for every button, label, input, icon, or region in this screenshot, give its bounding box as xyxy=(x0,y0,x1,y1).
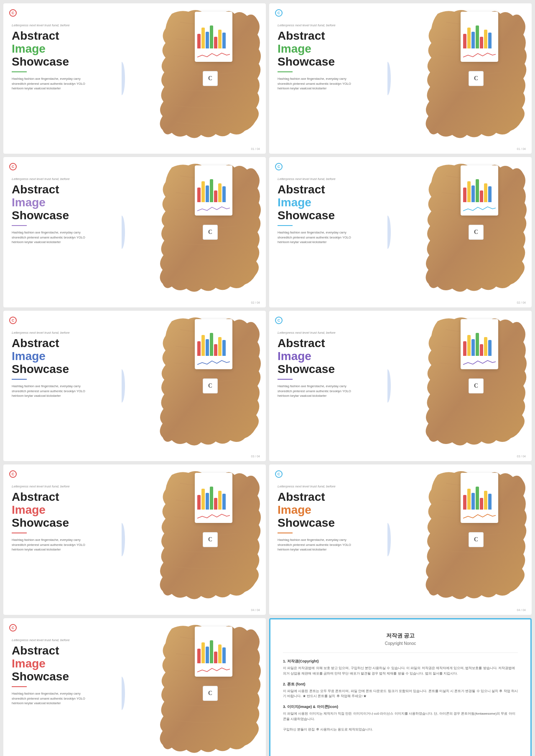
oval-deco-7 xyxy=(122,523,125,556)
chart-line-9 xyxy=(197,666,230,674)
chart-line-2 xyxy=(463,51,496,59)
logo-1: C xyxy=(9,9,18,18)
c-logo-5: C xyxy=(203,378,218,393)
card-8: C Letterpress next level trust fund, bef… xyxy=(269,464,532,615)
bar-b18 xyxy=(222,647,226,663)
copyright-section-title-1: 1. 저작권(Copyright) xyxy=(283,659,518,664)
line-svg-9 xyxy=(197,666,230,674)
bar-g8 xyxy=(476,487,479,510)
bar-r7 xyxy=(463,188,466,202)
card-5: C Letterpress next level trust fund, bef… xyxy=(3,311,266,461)
visual-5: C xyxy=(122,311,266,461)
oval-deco-4 xyxy=(387,216,391,249)
visual-7: C xyxy=(122,464,266,615)
bar-b14 xyxy=(222,494,226,510)
bar-b13 xyxy=(206,493,209,510)
chart-8 xyxy=(461,473,498,523)
chart-7 xyxy=(195,473,232,523)
bar-r10 xyxy=(214,344,217,356)
chart-1 xyxy=(195,12,232,62)
logo-circle-4: C xyxy=(275,163,283,170)
bar-y2 xyxy=(218,30,222,48)
logo-circle-8: C xyxy=(275,470,283,478)
bar-g6 xyxy=(476,333,479,356)
logo-circle-9: C xyxy=(9,624,17,632)
logo-circle-7: C xyxy=(9,470,17,478)
bar-b8 xyxy=(488,186,492,202)
chart-line-5 xyxy=(197,358,230,367)
line-svg-3 xyxy=(197,205,230,213)
logo-circle-6: C xyxy=(275,317,283,324)
bar-r4 xyxy=(480,37,483,48)
bar-y15 xyxy=(467,489,471,510)
bar-b17 xyxy=(206,647,209,663)
divider-6 xyxy=(278,379,293,380)
card-4: C Letterpress next level trust fund, bef… xyxy=(269,157,532,307)
bar-group-7 xyxy=(197,485,230,510)
copyright-section-title-3: 3. 이미지(image) & 아이콘(icon) xyxy=(283,704,518,710)
description-7: Hashtag fashion axe fingerstache, everyd… xyxy=(12,538,87,552)
bar-g9 xyxy=(210,640,213,663)
oval-deco-8 xyxy=(387,523,391,556)
bar-group-6 xyxy=(463,331,496,356)
visual-6: C xyxy=(387,311,532,461)
bar-b15 xyxy=(471,493,475,510)
visual-9: C xyxy=(122,618,266,756)
bar-y12 xyxy=(484,337,487,356)
copyright-subtitle: Copyright Nonoc xyxy=(283,641,518,646)
bar-y5 xyxy=(201,181,205,202)
bar-group-3 xyxy=(197,177,230,202)
logo-5: C xyxy=(9,317,18,325)
main-grid: C Letterpress next level trust fund, bef… xyxy=(0,0,535,756)
logo-4: C xyxy=(275,163,283,171)
bar-y10 xyxy=(218,337,222,356)
chart-line-7 xyxy=(197,512,230,520)
bar-r8 xyxy=(480,190,483,202)
bar-r9 xyxy=(197,341,201,356)
c-logo-8: C xyxy=(469,532,484,547)
logo-9: C xyxy=(9,624,18,632)
bar-r17 xyxy=(197,649,201,663)
bar-b10 xyxy=(222,340,226,356)
chart-6 xyxy=(461,319,498,369)
copyright-section-4: 구입하신 분들이 편집 후 사용하시는 용도로 제작되었습니다. xyxy=(283,727,518,733)
c-logo-2: C xyxy=(469,71,484,86)
copyright-section-body-2: 이 파일에 사용된 폰트는 모두 무료 폰트이며, 파일 안에 폰트 다운로드 … xyxy=(283,689,518,700)
chart-2 xyxy=(461,12,498,62)
bar-y16 xyxy=(484,491,487,510)
copyright-section-body-3: 이 파일에 사용된 이미지는 제작자가 직접 만든 이미지이거나 cc0 라이선… xyxy=(283,711,518,722)
divider-9 xyxy=(12,686,27,687)
copyright-divider xyxy=(283,652,518,653)
divider-3 xyxy=(12,225,27,226)
divider-1 xyxy=(12,71,27,72)
line-svg-7 xyxy=(197,512,230,520)
bar-y13 xyxy=(201,489,205,510)
copyright-section-1: 1. 저작권(Copyright) 이 파일은 저작권법에 의해 보호 받고 있… xyxy=(283,659,518,677)
visual-3: C xyxy=(122,157,266,307)
bar-r18 xyxy=(214,652,217,663)
line-svg-6 xyxy=(463,358,496,367)
bar-b4 xyxy=(488,33,492,48)
bar-g2 xyxy=(476,25,479,48)
bar-group-9 xyxy=(197,638,230,663)
bar-r15 xyxy=(463,495,466,510)
bar-g5 xyxy=(210,333,213,356)
oval-deco-6 xyxy=(387,369,391,403)
divider-2 xyxy=(278,71,293,72)
description-3: Hashtag fashion axe fingerstache, everyd… xyxy=(12,230,87,244)
c-logo-3: C xyxy=(203,225,218,240)
oval-deco-3 xyxy=(122,216,125,249)
chart-line-8 xyxy=(463,512,496,520)
bar-group-2 xyxy=(463,23,496,48)
bar-y18 xyxy=(218,644,222,663)
line-svg-2 xyxy=(463,51,496,59)
bar-r1 xyxy=(197,34,201,48)
c-logo-6: C xyxy=(469,378,484,393)
bar-b11 xyxy=(471,339,475,356)
bar-y1 xyxy=(201,28,205,48)
line-svg-8 xyxy=(463,512,496,520)
bar-r13 xyxy=(197,495,201,510)
divider-7 xyxy=(12,533,27,533)
description-9: Hashtag fashion axe fingerstache, everyd… xyxy=(12,691,87,705)
bar-r16 xyxy=(480,498,483,510)
